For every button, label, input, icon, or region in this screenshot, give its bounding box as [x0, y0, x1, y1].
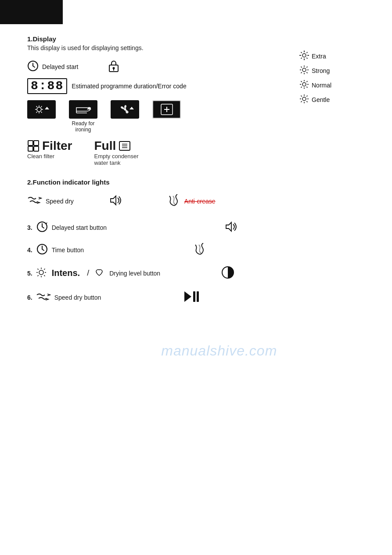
svg-line-86: [44, 275, 45, 276]
item5-separator: /: [87, 268, 89, 278]
time-btn-icon: [36, 243, 48, 257]
intens-label: Intens.: [52, 268, 80, 278]
svg-line-87: [44, 269, 45, 270]
svg-point-6: [302, 54, 306, 57]
filter-grid-icon: [27, 140, 40, 152]
svg-line-25: [306, 72, 307, 73]
strong-label: Strong: [312, 67, 330, 74]
svg-line-85: [37, 269, 38, 270]
temp-strong: Strong: [299, 65, 331, 76]
normal-label: Normal: [312, 82, 331, 89]
delayed-start-btn-icon: [36, 221, 48, 234]
ironing-button[interactable]: [69, 100, 97, 119]
section2-title: 2.Function indicator lights: [27, 178, 365, 186]
svg-line-2: [33, 66, 35, 67]
svg-point-46: [37, 107, 41, 112]
anti-crease-indicator: Anti-crease: [167, 194, 216, 208]
lock-icon: [108, 59, 119, 74]
full-item: Full Empty condenser water tank: [94, 140, 138, 166]
item4: 4. Time button: [27, 243, 365, 257]
svg-marker-60: [129, 107, 134, 109]
svg-rect-91: [193, 291, 195, 302]
ironing-button-item: Ready for ironing: [69, 100, 97, 133]
svg-line-53: [41, 106, 42, 107]
svg-line-43: [306, 101, 307, 102]
ready-for-ironing-label: Ready for ironing: [72, 120, 94, 133]
temp-extra: Extra: [299, 51, 331, 62]
filter-sub-text: Clean filter: [27, 153, 54, 160]
svg-line-45: [301, 101, 302, 102]
speed-dry-indicator: Speed dry: [27, 194, 74, 208]
svg-marker-55: [45, 107, 49, 109]
svg-line-14: [301, 58, 302, 58]
svg-point-37: [302, 97, 306, 101]
filter-heading-text: Filter: [42, 140, 72, 152]
svg-line-34: [306, 87, 307, 87]
svg-line-54: [36, 112, 37, 112]
item4-num: 4.: [27, 247, 32, 254]
sun-strong-icon: [299, 65, 309, 76]
svg-rect-64: [28, 141, 33, 145]
svg-line-26: [306, 67, 307, 68]
sun-intens-icon: [36, 267, 47, 279]
lcd-digits: 8:88: [27, 78, 67, 94]
prog-duration-label: Estimated programme duration/Error code: [72, 83, 186, 90]
anti-crease-icon: [167, 194, 181, 208]
full-heading-text: Full: [94, 140, 116, 152]
svg-line-27: [301, 72, 302, 73]
svg-point-17: [299, 55, 300, 56]
circle-half-icon: [221, 265, 235, 281]
watermark: manualshive.com: [161, 343, 277, 359]
plus-button[interactable]: [152, 100, 181, 119]
svg-point-28: [302, 83, 306, 86]
delayed-start-label: Delayed start: [42, 63, 78, 70]
item6-label: Speed dry button: [54, 294, 101, 301]
sun-arrow-button[interactable]: [27, 100, 56, 119]
speed-dry-btn-icon: [36, 290, 51, 304]
full-sub2: water tank: [94, 160, 138, 166]
play-pause-icon: [183, 290, 199, 305]
svg-line-52: [41, 112, 42, 112]
svg-line-79: [42, 249, 44, 250]
svg-rect-66: [28, 146, 33, 151]
svg-point-80: [39, 270, 43, 275]
svg-line-13: [306, 52, 307, 53]
svg-line-88: [37, 275, 38, 276]
svg-rect-65: [34, 141, 39, 145]
svg-line-36: [301, 87, 302, 87]
item6: 6. Speed dry button: [27, 290, 365, 305]
leaf2-icon: [193, 243, 207, 257]
item6-num: 6.: [27, 294, 32, 301]
svg-line-75: [42, 227, 44, 228]
sun-button-item: [27, 100, 56, 119]
svg-line-51: [36, 106, 37, 107]
extra-label: Extra: [312, 53, 326, 60]
svg-line-44: [306, 96, 307, 97]
plus-button-item: [152, 100, 181, 119]
svg-rect-67: [34, 146, 39, 151]
item5-label: Drying level button: [109, 270, 160, 277]
fan-button[interactable]: [111, 100, 139, 119]
sun-normal-icon: [299, 80, 309, 91]
black-bar: [0, 0, 63, 24]
item5-num: 5.: [27, 270, 32, 277]
svg-point-16: [304, 59, 305, 60]
svg-marker-90: [184, 291, 191, 302]
svg-line-24: [301, 67, 302, 68]
item3: 3. Delayed start button: [27, 221, 365, 234]
clock-icon: [27, 60, 39, 73]
svg-line-42: [301, 96, 302, 97]
temp-normal: Normal: [299, 80, 331, 91]
full-sub1: Empty condenser: [94, 153, 138, 160]
svg-line-33: [301, 81, 302, 82]
svg-point-19: [302, 68, 306, 72]
item3-label: Delayed start button: [52, 224, 107, 231]
section1-title: 1.Display: [27, 35, 365, 43]
svg-marker-72: [111, 196, 116, 205]
gentle-label: Gentle: [312, 96, 330, 103]
speed-dry-label: Speed dry: [46, 198, 74, 205]
svg-point-18: [308, 55, 309, 56]
svg-line-35: [306, 81, 307, 82]
svg-point-15: [304, 51, 305, 51]
temp-gentle: Gentle: [299, 94, 331, 105]
